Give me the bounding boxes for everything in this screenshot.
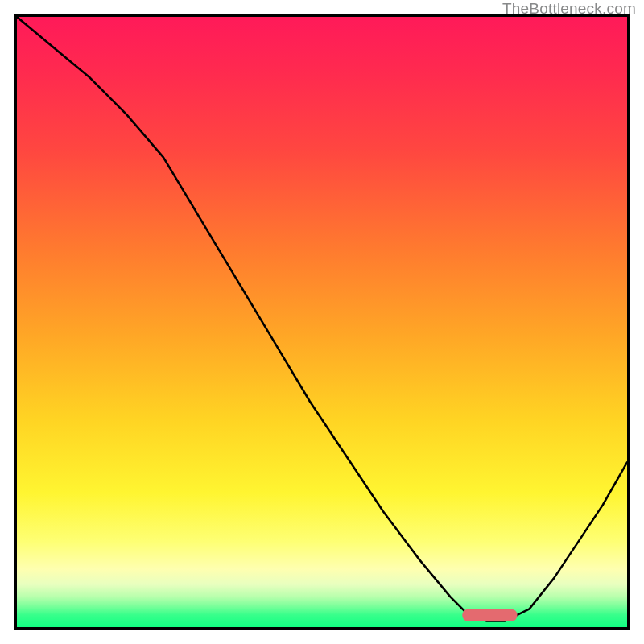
chart-canvas: TheBottleneck.com xyxy=(0,0,644,644)
bottleneck-curve xyxy=(17,17,627,621)
plot-frame xyxy=(14,14,630,630)
optimal-range-marker xyxy=(462,609,517,621)
curve-layer xyxy=(17,17,627,627)
